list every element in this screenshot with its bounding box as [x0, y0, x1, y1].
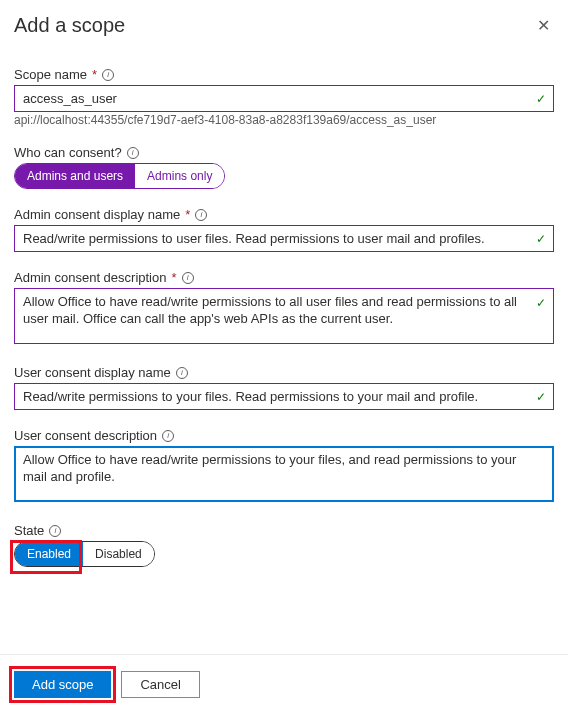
- user-display-input[interactable]: [14, 383, 554, 410]
- admin-display-label: Admin consent display name: [14, 207, 180, 222]
- info-icon[interactable]: i: [162, 430, 174, 442]
- consent-admins-and-users-option[interactable]: Admins and users: [15, 164, 135, 188]
- panel-title: Add a scope: [14, 14, 125, 37]
- info-icon[interactable]: i: [182, 272, 194, 284]
- info-icon[interactable]: i: [176, 367, 188, 379]
- who-can-consent-label: Who can consent?: [14, 145, 122, 160]
- state-enabled-option[interactable]: Enabled: [15, 542, 83, 566]
- valid-check-icon: ✓: [536, 296, 546, 310]
- who-can-consent-segment: Admins and users Admins only: [14, 163, 225, 189]
- required-mark: *: [185, 207, 190, 222]
- required-mark: *: [92, 67, 97, 82]
- admin-display-input[interactable]: [14, 225, 554, 252]
- user-desc-textarea[interactable]: Allow Office to have read/write permissi…: [14, 446, 554, 502]
- required-mark: *: [171, 270, 176, 285]
- admin-desc-label: Admin consent description: [14, 270, 166, 285]
- info-icon[interactable]: i: [102, 69, 114, 81]
- add-scope-button[interactable]: Add scope: [14, 671, 111, 698]
- info-icon[interactable]: i: [195, 209, 207, 221]
- state-segment: Enabled Disabled: [14, 541, 155, 567]
- footer-bar: Add scope Cancel: [0, 654, 568, 714]
- valid-check-icon: ✓: [536, 390, 546, 404]
- info-icon[interactable]: i: [49, 525, 61, 537]
- state-label: State: [14, 523, 44, 538]
- valid-check-icon: ✓: [536, 92, 546, 106]
- close-icon[interactable]: ✕: [533, 14, 554, 37]
- info-icon[interactable]: i: [127, 147, 139, 159]
- valid-check-icon: ✓: [536, 232, 546, 246]
- user-display-label: User consent display name: [14, 365, 171, 380]
- scope-name-hint: api://localhost:44355/cfe719d7-aef3-4108…: [14, 113, 554, 127]
- scope-name-input[interactable]: [14, 85, 554, 112]
- scope-name-label: Scope name: [14, 67, 87, 82]
- state-disabled-option[interactable]: Disabled: [83, 542, 154, 566]
- consent-admins-only-option[interactable]: Admins only: [135, 164, 224, 188]
- admin-desc-textarea[interactable]: Allow Office to have read/write permissi…: [14, 288, 554, 344]
- user-desc-label: User consent description: [14, 428, 157, 443]
- cancel-button[interactable]: Cancel: [121, 671, 199, 698]
